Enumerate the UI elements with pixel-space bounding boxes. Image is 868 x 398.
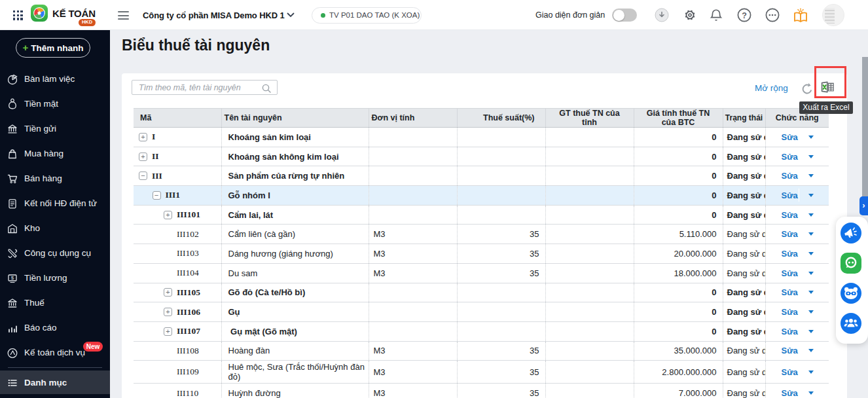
svg-text:?: ? xyxy=(742,11,747,20)
svg-text:$: $ xyxy=(11,275,14,281)
